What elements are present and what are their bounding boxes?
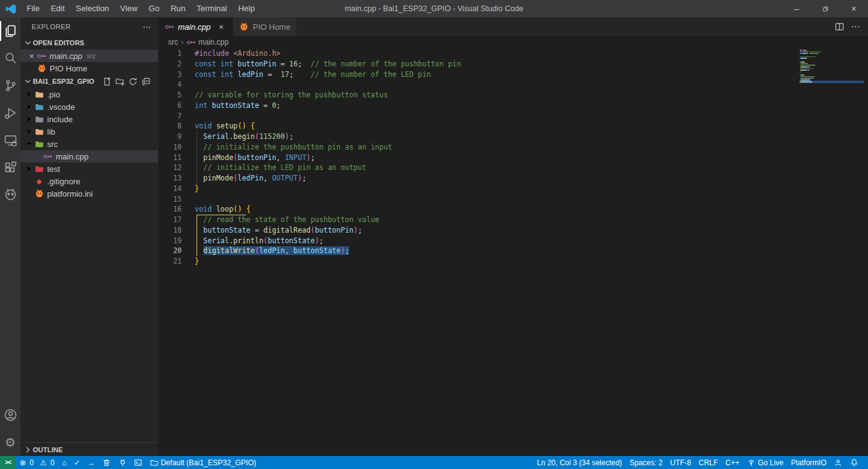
status-label: C++ xyxy=(725,458,740,467)
more-actions-icon[interactable]: ⋯ xyxy=(851,21,861,32)
status-pio-serial-monitor-button[interactable] xyxy=(115,456,131,469)
tab-main-cpp[interactable]: C++main.cpp× xyxy=(158,17,233,36)
code-line-7[interactable]: 7 xyxy=(158,111,868,122)
code-line-12[interactable]: 12 // initialize the LED pin as an outpu… xyxy=(158,163,868,173)
code-line-4[interactable]: 4 xyxy=(158,79,868,90)
tree-item-src[interactable]: src xyxy=(20,138,158,150)
code-line-6[interactable]: 6int buttonState = 0; xyxy=(158,100,868,111)
activity-extensions[interactable] xyxy=(0,154,20,181)
tree-item--gitignore[interactable]: ◆.gitignore xyxy=(20,175,158,187)
status-pio-home-button[interactable]: ⌂ xyxy=(58,456,70,469)
title-bar: FileEditSelectionViewGoRunTerminalHelp m… xyxy=(0,0,868,17)
activity-explorer[interactable] xyxy=(0,17,20,45)
chevron-right-icon xyxy=(23,445,33,455)
new-folder-icon[interactable] xyxy=(115,77,125,86)
open-editor-item[interactable]: PIO Home xyxy=(20,62,158,74)
project-section-header[interactable]: BAI1_ESP32_GPIO xyxy=(20,74,158,88)
code-line-3[interactable]: 3const int ledPin = 17; // the number of… xyxy=(158,69,868,80)
code-line-14[interactable]: 14} xyxy=(158,184,868,194)
status-pio-project-env[interactable]: Default (Bai1_ESP32_GPIO) xyxy=(146,456,260,469)
more-actions-icon[interactable]: ⋯ xyxy=(143,22,152,32)
open-editor-label: PIO Home xyxy=(50,64,87,73)
menu-run[interactable]: Run xyxy=(165,0,191,17)
activity-run-debug[interactable] xyxy=(0,99,20,127)
tree-item-include[interactable]: include xyxy=(20,113,158,125)
breadcrumb-file[interactable]: main.cpp xyxy=(198,38,229,47)
activity-source-control[interactable] xyxy=(0,72,20,99)
code-line-17[interactable]: 17 // read the state of the pushbutton v… xyxy=(158,215,868,225)
code-line-18[interactable]: 18 buttonState = digitalRead(buttonPin); xyxy=(158,225,868,236)
menu-selection[interactable]: Selection xyxy=(70,0,114,17)
status-pio-upload-button[interactable]: → xyxy=(84,456,99,469)
status-notifications[interactable] xyxy=(846,456,862,469)
close-tab-icon[interactable]: × xyxy=(216,22,226,32)
activity-settings[interactable]: ⚙ xyxy=(0,429,20,456)
status-label: Default (Bai1_ESP32_GPIO) xyxy=(161,458,256,467)
minimize-button[interactable]: – xyxy=(782,0,811,17)
cpp-file-icon: C++ xyxy=(37,51,46,61)
outline-section-header[interactable]: OUTLINE xyxy=(20,442,158,456)
code-line-19[interactable]: 19 Serial.println(buttonState); xyxy=(158,236,868,246)
minimap[interactable] xyxy=(800,50,863,84)
menu-help[interactable]: Help xyxy=(232,0,260,17)
menu-file[interactable]: File xyxy=(21,0,45,17)
code-line-13[interactable]: 13 pinMode(ledPin, OUTPUT); xyxy=(158,173,868,184)
tab-pio-home[interactable]: PIO Home xyxy=(233,17,298,36)
status-cursor-position[interactable]: Ln 20, Col 3 (34 selected) xyxy=(533,456,626,469)
code-line-20[interactable]: 20 digitalWrite(ledPin, buttonState); xyxy=(158,246,868,256)
code-line-9[interactable]: 9 Serial.begin(115200); xyxy=(158,132,868,142)
tree-item-test[interactable]: test xyxy=(20,163,158,175)
open-editor-item[interactable]: ×C++main.cppsrc xyxy=(20,50,158,62)
code-line-8[interactable]: 8void setup() { xyxy=(158,121,868,132)
tree-item--vscode[interactable]: .vscode xyxy=(20,100,158,113)
close-editor-icon[interactable]: × xyxy=(27,51,37,61)
new-file-icon[interactable] xyxy=(102,77,112,86)
status-indentation[interactable]: Spaces: 2 xyxy=(626,456,666,469)
status-platformio-version[interactable]: PlatformIO xyxy=(787,456,830,469)
activity-remote-explorer[interactable] xyxy=(0,127,20,154)
menu-go[interactable]: Go xyxy=(143,0,165,17)
code-line-16[interactable]: 16void loop() { xyxy=(158,204,868,215)
tabs: C++main.cpp×PIO Home xyxy=(158,17,297,36)
tree-item--pio[interactable]: .pio xyxy=(20,88,158,100)
menu-view[interactable]: View xyxy=(115,0,143,17)
code-line-15[interactable]: 15 xyxy=(158,194,868,205)
open-editors-section-header[interactable]: OPEN EDITORS xyxy=(20,36,158,50)
status-feedback[interactable] xyxy=(830,456,846,469)
minimap-line xyxy=(800,78,863,79)
close-button[interactable]: × xyxy=(839,0,868,17)
split-editor-icon[interactable] xyxy=(835,22,844,32)
code-line-2[interactable]: 2const int buttonPin = 16; // the number… xyxy=(158,59,868,69)
file-tree: .pio.vscodeincludelibsrcC++main.cpptest◆… xyxy=(20,88,158,200)
minimap-line xyxy=(800,65,863,66)
status-language-mode[interactable]: C++ xyxy=(722,456,743,469)
code-line-11[interactable]: 11 pinMode(buttonPin, INPUT); xyxy=(158,153,868,163)
status-pio-build-button[interactable]: ✓ xyxy=(70,456,84,469)
tree-item-lib[interactable]: lib xyxy=(20,125,158,138)
status-pio-clean-button[interactable] xyxy=(99,456,115,469)
status-go-live[interactable]: Go Live xyxy=(743,456,787,469)
code-line-1[interactable]: 1#include <Arduino.h> xyxy=(158,48,868,59)
status-problems[interactable]: ⊗0⚠0 xyxy=(16,456,58,469)
refresh-icon[interactable] xyxy=(128,77,138,86)
menu-terminal[interactable]: Terminal xyxy=(191,0,232,17)
tree-item-platformio-ini[interactable]: platformio.ini xyxy=(20,187,158,200)
menu-edit[interactable]: Edit xyxy=(45,0,70,17)
breadcrumb-folder[interactable]: src xyxy=(168,38,178,47)
status-encoding[interactable]: UTF-8 xyxy=(666,456,695,469)
code-line-21[interactable]: 21} xyxy=(158,256,868,267)
restore-button[interactable] xyxy=(811,0,839,17)
code-editor[interactable]: 1#include <Arduino.h>2const int buttonPi… xyxy=(158,48,868,456)
line-number: 16 xyxy=(158,204,182,215)
activity-platformio[interactable] xyxy=(0,181,20,208)
status-pio-terminal-button[interactable] xyxy=(130,456,146,469)
code-line-5[interactable]: 5// variable for storing the pushbutton … xyxy=(158,90,868,100)
activity-accounts[interactable] xyxy=(0,401,20,429)
folder-icon xyxy=(34,139,44,149)
tree-item-main-cpp[interactable]: C++main.cpp xyxy=(20,150,158,163)
code-line-10[interactable]: 10 // initialize the pushbutton pin as a… xyxy=(158,142,868,153)
remote-indicator[interactable]: >< xyxy=(0,456,16,469)
status-eol[interactable]: CRLF xyxy=(695,456,722,469)
collapse-all-icon[interactable] xyxy=(141,77,151,86)
activity-search[interactable] xyxy=(0,45,20,72)
